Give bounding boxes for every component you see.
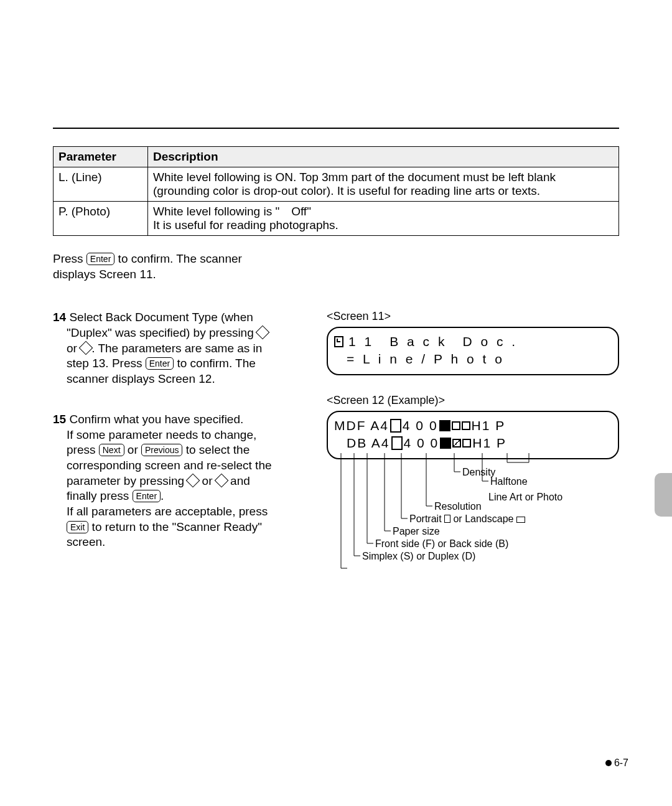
hatch-box-icon	[452, 439, 461, 448]
density-block-icon	[439, 420, 450, 431]
text: or	[124, 443, 141, 456]
text: . The parameters are same as in	[91, 342, 262, 355]
enter-key-icon: Enter	[86, 253, 114, 265]
lcd-text: H1 P	[472, 418, 506, 433]
param-cell: L. (Line)	[54, 167, 148, 202]
lcd-text: 1 1 B a c k D o c .	[348, 334, 518, 349]
param-cell: P. (Photo)	[54, 202, 148, 236]
lcd-text: H1 P	[472, 436, 506, 451]
landscape-icon	[516, 517, 525, 523]
text: to select the	[182, 443, 250, 456]
text: to confirm. The	[174, 357, 256, 370]
text: corresponding screen and re-select the	[67, 459, 272, 472]
callout-side: Front side (F) or Back side (B)	[375, 538, 508, 550]
table-header-parameter: Parameter	[54, 147, 148, 167]
callout-halftone: Halftone	[490, 476, 528, 487]
text: .	[161, 489, 164, 502]
text: or	[198, 474, 215, 487]
table-row: L. (Line) White level following is ON. T…	[54, 167, 619, 202]
callout-paper-size: Paper size	[393, 526, 440, 537]
text: to return to the "Scanner Ready"	[88, 520, 262, 533]
intro-text: Press Enter to confirm. The scanner disp…	[53, 251, 619, 282]
empty-box-icon	[462, 421, 470, 430]
text: screen.	[67, 535, 105, 548]
screen-label: <Screen 12 (Example)>	[327, 394, 619, 407]
callout-plex: Simplex (S) or Duplex (D)	[362, 551, 475, 562]
callout-lineart: Line Art or Photo	[488, 492, 562, 503]
enter-key-icon: Enter	[133, 490, 161, 502]
desc-line: It is useful for reading photographs.	[153, 218, 338, 232]
portrait-icon	[444, 515, 450, 523]
text: Portrait	[409, 513, 444, 524]
text: Select Back Document Type (when	[66, 311, 253, 324]
table-row: P. (Photo) White level following is " Of…	[54, 202, 619, 236]
next-key-icon: Next	[99, 444, 124, 456]
step-number: 14	[53, 311, 66, 324]
parameter-table: Parameter Description L. (Line) White le…	[53, 146, 619, 236]
text: displays Screen 11.	[53, 268, 156, 281]
portrait-box-icon	[390, 419, 401, 433]
table-header-description: Description	[148, 147, 619, 167]
page-side-tab	[655, 473, 672, 517]
lcd-text: MDF A4	[334, 418, 389, 433]
step-14: 14 Select Back Document Type (when "Dupl…	[53, 310, 308, 387]
enter-key-icon: Enter	[146, 357, 174, 370]
text: press	[67, 443, 99, 456]
portrait-box-icon	[391, 436, 403, 450]
text: Confirm what you have specified.	[66, 413, 243, 426]
step-number: 15	[53, 413, 66, 426]
lcd-text: DB A4	[347, 436, 390, 451]
lcd-text: = L i n e / P h o t o	[347, 352, 505, 367]
previous-key-icon: Previous	[141, 444, 182, 456]
lcd-text: 4 0 0	[403, 418, 438, 433]
empty-box-icon	[462, 439, 471, 448]
steps-column: 14 Select Back Document Type (when "Dupl…	[53, 310, 308, 593]
text: If all parameters are acceptable, press	[67, 505, 268, 518]
section-rule	[53, 128, 619, 129]
page-icon	[334, 336, 343, 347]
text: or	[67, 342, 80, 355]
callout-orientation: Portrait or Landscape	[409, 513, 525, 525]
lcd-screen-12: MDF A4 4 0 0 H1 P DB A4 4 0 0 H1 P	[327, 411, 619, 459]
exit-key-icon: Exit	[67, 521, 88, 533]
page-number: 6-7	[605, 757, 628, 769]
empty-box-icon	[452, 421, 460, 430]
density-block-icon	[440, 438, 451, 449]
text: "Duplex" was specified) by pressing	[67, 326, 257, 339]
screens-column: <Screen 11> 1 1 B a c k D o c . = L i n …	[327, 310, 619, 593]
desc-line: White level following is " Off"	[153, 205, 311, 218]
callout-resolution: Resolution	[434, 501, 482, 512]
text: to confirm. The scanner	[114, 252, 242, 265]
left-diamond-icon	[256, 326, 270, 340]
right-diamond-icon	[214, 473, 228, 487]
text: or Landscape	[450, 513, 516, 524]
text: finally press	[67, 489, 133, 502]
screen-label: <Screen 11>	[327, 310, 619, 323]
text: parameter by pressing	[67, 474, 187, 487]
lcd-screen-11: 1 1 B a c k D o c . = L i n e / P h o t …	[327, 327, 619, 375]
desc-cell: White level following is " Off" It is us…	[148, 202, 619, 236]
desc-cell: White level following is ON. Top 3mm par…	[148, 167, 619, 202]
text: Press	[53, 252, 86, 265]
step-15: 15 Confirm what you have specified. If s…	[53, 412, 308, 550]
text: and	[227, 474, 250, 487]
text: scanner displays Screen 12.	[67, 372, 215, 385]
text: If some parameter needs to change,	[67, 428, 256, 441]
lcd-text: 4 0 0	[404, 436, 439, 451]
text: step 13. Press	[67, 357, 146, 370]
callout-diagram: Density Halftone Line Art or Photo Resol…	[327, 453, 619, 593]
